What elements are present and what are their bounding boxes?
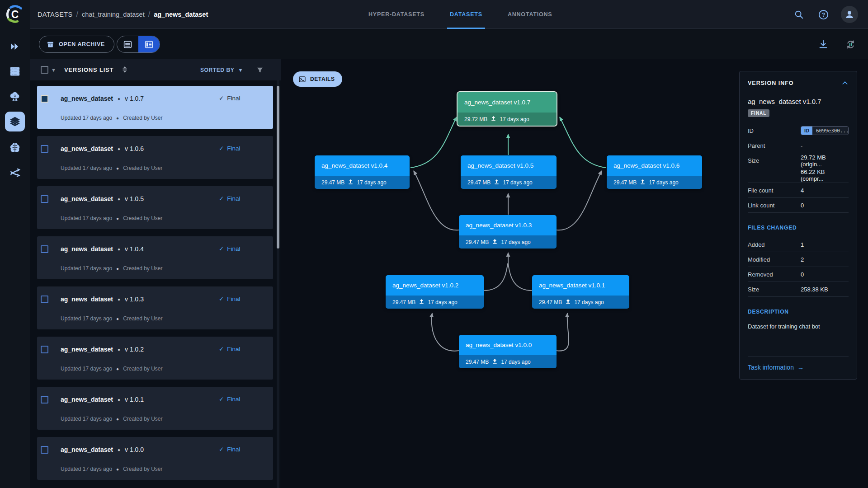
- arrow-right-icon: →: [797, 364, 804, 371]
- field-parent: Parent -: [748, 138, 849, 153]
- node-label: ag_news_dataset v1.0.4: [315, 155, 410, 176]
- breadcrumb-project[interactable]: chat_training_dataset: [82, 11, 145, 18]
- graph-node-v1_0_2[interactable]: ag_news_dataset v1.0.229.47 MB17 days ag…: [386, 275, 484, 309]
- node-label: ag_news_dataset v1.0.2: [386, 275, 484, 296]
- final-status-badge: FINAL: [748, 109, 769, 117]
- version-checkbox[interactable]: [41, 245, 48, 253]
- node-size: 29.47 MB: [466, 359, 489, 365]
- version-status-label: Final: [227, 296, 240, 302]
- sidebar-item-projects[interactable]: [5, 37, 25, 56]
- updated-text: Updated 17 days ago: [61, 215, 112, 221]
- sidebar-item-datasets[interactable]: [5, 112, 25, 131]
- download-icon[interactable]: [816, 38, 830, 51]
- details-button-label: DETAILS: [310, 76, 335, 82]
- user-avatar[interactable]: [841, 6, 858, 23]
- split-view-button[interactable]: [138, 36, 160, 52]
- field-size: Size 29.72 MB (origin...: [748, 153, 849, 168]
- details-button[interactable]: DETAILS: [293, 71, 342, 87]
- graph-node-v1_0_7[interactable]: ag_news_dataset v1.0.729.72 MB17 days ag…: [457, 91, 557, 127]
- id-chip[interactable]: ID 6099e300...: [801, 126, 849, 135]
- filter-icon[interactable]: [256, 66, 264, 74]
- version-status: ✓Final: [219, 345, 241, 352]
- collapse-chevron-up-icon[interactable]: [841, 80, 849, 87]
- select-all-checkbox[interactable]: [41, 66, 48, 74]
- sorted-by-dropdown[interactable]: SORTED BY ▼: [200, 67, 243, 73]
- sidebar-item-cloud-autoscale[interactable]: [5, 87, 25, 107]
- field-changed-size-label: Size: [748, 286, 801, 293]
- task-information-link[interactable]: Task information →: [748, 364, 849, 371]
- auto-refresh-paused-icon[interactable]: [844, 38, 857, 51]
- version-checkbox[interactable]: [41, 296, 48, 303]
- version-checkbox[interactable]: [41, 145, 48, 153]
- search-icon[interactable]: [792, 8, 806, 21]
- toolbar-right-actions: [816, 29, 857, 59]
- updated-text: Updated 17 days ago: [61, 165, 112, 171]
- field-file-count-label: File count: [748, 187, 801, 194]
- main-tabs: HYPER-DATASETS DATASETS ANNOTATIONS: [368, 0, 552, 29]
- graph-node-v1_0_0[interactable]: ag_news_dataset v1.0.029.47 MB17 days ag…: [459, 335, 557, 368]
- edge-v1_0_0-v1_0_1: [557, 313, 569, 351]
- node-size: 29.72 MB: [464, 116, 487, 122]
- version-status: ✓Final: [219, 446, 241, 453]
- tab-hyper-datasets[interactable]: HYPER-DATASETS: [368, 0, 425, 29]
- version-status: ✓Final: [219, 395, 241, 403]
- version-row-meta: Updated 17 days ago●Created by User: [61, 366, 163, 372]
- tab-annotations[interactable]: ANNOTATIONS: [508, 0, 552, 29]
- version-list-item[interactable]: ag_news_dataset●v 1.0.0✓FinalUpdated 17 …: [37, 437, 273, 480]
- version-checkbox[interactable]: [41, 446, 48, 454]
- info-panel-footer: Task information →: [748, 356, 849, 379]
- version-list-item[interactable]: ag_news_dataset●v 1.0.2✓FinalUpdated 17 …: [37, 337, 273, 380]
- version-status: ✓Final: [219, 245, 241, 252]
- version-info-title: VERSION INFO: [748, 80, 794, 86]
- versions-list-panel: ▼ VERSIONS LIST SORTED BY ▼ ag_news_data…: [30, 59, 281, 488]
- sidebar-item-pipelines[interactable]: [5, 163, 25, 183]
- column-settings-icon[interactable]: [121, 66, 129, 74]
- version-checkbox[interactable]: [41, 396, 48, 404]
- versions-list-title: VERSIONS LIST: [64, 66, 113, 73]
- clearml-logo[interactable]: C: [5, 4, 25, 25]
- version-number: v 1.0.7: [125, 95, 144, 102]
- version-number: v 1.0.1: [125, 396, 144, 403]
- version-list-item[interactable]: ag_news_dataset●v 1.0.1✓FinalUpdated 17 …: [37, 387, 273, 430]
- version-list-item[interactable]: ag_news_dataset●v 1.0.4✓FinalUpdated 17 …: [37, 236, 273, 279]
- check-icon: ✓: [219, 295, 224, 302]
- version-checkbox[interactable]: [41, 346, 48, 353]
- graph-node-v1_0_1[interactable]: ag_news_dataset v1.0.129.47 MB17 days ag…: [532, 275, 629, 309]
- updated-text: Updated 17 days ago: [61, 315, 112, 322]
- help-icon[interactable]: ?: [816, 8, 830, 21]
- field-id-label: ID: [748, 127, 801, 134]
- tab-datasets[interactable]: DATASETS: [450, 0, 482, 29]
- version-list-item[interactable]: ag_news_dataset●v 1.0.7✓FinalUpdated 17 …: [37, 86, 273, 129]
- version-status: ✓Final: [219, 295, 241, 302]
- version-list-item[interactable]: ag_news_dataset●v 1.0.3✓FinalUpdated 17 …: [37, 286, 273, 329]
- select-all-caret-icon[interactable]: ▼: [51, 67, 56, 73]
- dot-separator: ●: [116, 266, 119, 271]
- graph-node-v1_0_6[interactable]: ag_news_dataset v1.0.629.47 MB17 days ag…: [607, 155, 702, 189]
- open-archive-button[interactable]: OPEN ARCHIVE: [39, 36, 114, 53]
- sidebar-item-workers[interactable]: [5, 61, 25, 81]
- graph-node-v1_0_4[interactable]: ag_news_dataset v1.0.429.47 MB17 days ag…: [315, 155, 410, 189]
- sidebar-item-models[interactable]: [5, 137, 25, 157]
- graph-node-v1_0_5[interactable]: ag_news_dataset v1.0.529.47 MB17 days ag…: [461, 155, 557, 189]
- node-footer: 29.47 MB17 days ago: [386, 296, 484, 309]
- upload-icon: [492, 239, 498, 246]
- field-file-count: File count 4: [748, 183, 849, 198]
- files-changed-header: FILES CHANGED: [748, 225, 849, 231]
- version-list-item[interactable]: ag_news_dataset●v 1.0.5✓FinalUpdated 17 …: [37, 186, 273, 229]
- node-age: 17 days ago: [500, 116, 529, 122]
- list-scrollbar-thumb[interactable]: [277, 86, 279, 249]
- breadcrumb-datasets[interactable]: DATASETS: [38, 11, 73, 18]
- version-list-item[interactable]: ag_news_dataset●v 1.0.6✓FinalUpdated 17 …: [37, 136, 273, 179]
- updated-text: Updated 17 days ago: [61, 265, 112, 272]
- graph-node-v1_0_3[interactable]: ag_news_dataset v1.0.329.47 MB17 days ag…: [459, 215, 557, 249]
- check-icon: ✓: [219, 245, 224, 252]
- version-checkbox[interactable]: [41, 95, 48, 103]
- topbar-actions: ?: [792, 0, 858, 29]
- node-footer: 29.72 MB17 days ago: [458, 113, 557, 126]
- node-label: ag_news_dataset v1.0.3: [459, 215, 557, 235]
- list-view-button[interactable]: [117, 36, 138, 52]
- id-chip-tag: ID: [801, 127, 812, 135]
- version-checkbox[interactable]: [41, 195, 48, 203]
- field-link-count-value: 0: [801, 202, 804, 209]
- version-status-label: Final: [227, 245, 240, 252]
